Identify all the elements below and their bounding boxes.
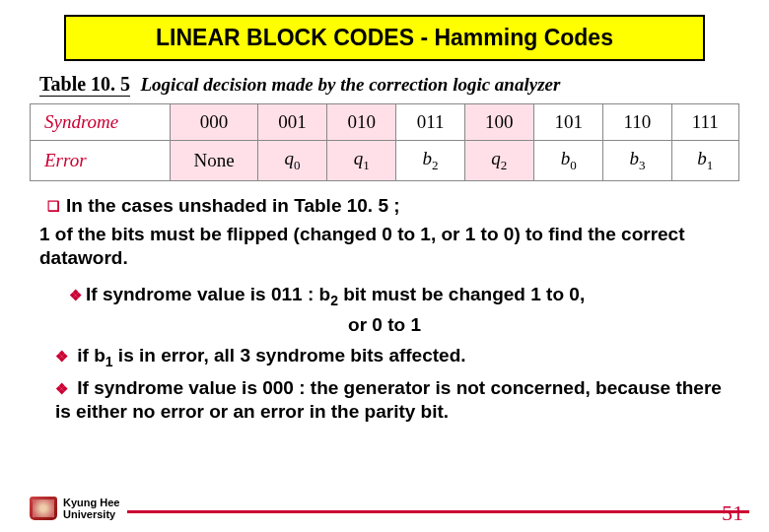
table-caption: Logical decision made by the correction … [141,74,561,95]
row-header: Error [31,141,171,181]
text: if b [72,345,105,366]
diamond-bullet-icon: ❖ [69,287,82,303]
sub-point: ❖ if b1 is in error, all 3 syndrome bits… [55,344,739,370]
cell: b1 [671,141,738,181]
cell: 011 [396,104,464,141]
table-row: Error None q0 q1 b2 q2 b0 b3 b1 [31,141,739,181]
syndrome-table: Syndrome 000 001 010 011 100 101 110 111… [30,103,739,181]
cell: 101 [534,104,603,141]
cell: 010 [327,104,396,141]
text: If syndrome value is 011 : b [86,284,330,304]
univ-line2: University [63,508,119,520]
footer-divider [127,510,749,513]
table-number: Table 10. 5 [39,73,130,97]
text: bit must be changed 1 to 0, [338,284,585,304]
square-bullet-icon: ❑ [47,198,60,214]
cell: b2 [396,141,464,181]
note-text: In the cases unshaded in Table 10. 5 ; [66,195,400,216]
cell: 001 [257,104,326,141]
cell: None [171,141,257,181]
sub-point: ❖If syndrome value is 011 : b2 bit must … [69,283,739,309]
cell: q2 [464,141,533,181]
university-logo-icon [30,497,57,520]
body-text: 1 of the bits must be flipped (changed 0… [39,223,739,270]
diamond-bullet-icon: ❖ [55,380,68,397]
cell: b0 [534,141,603,181]
slide-title: LINEAR BLOCK CODES - Hamming Codes [156,25,613,50]
cell: 000 [171,104,257,141]
row-header: Syndrome [31,104,171,141]
footer: Kyung Hee University [30,497,749,520]
cell: 111 [671,104,738,141]
note-line: ❑In the cases unshaded in Table 10. 5 ; [47,195,739,217]
university-name: Kyung Hee University [63,497,119,520]
table-row: Syndrome 000 001 010 011 100 101 110 111 [31,104,739,141]
diamond-bullet-icon: ❖ [55,348,68,365]
center-text: or 0 to 1 [30,314,739,336]
text: is in error, all 3 syndrome bits affecte… [113,345,466,366]
text: If syndrome value is 000 : the generator… [55,377,722,423]
title-box: LINEAR BLOCK CODES - Hamming Codes [64,15,705,61]
cell: q1 [327,141,396,181]
cell: b3 [603,141,671,181]
sub-point: ❖ If syndrome value is 000 : the generat… [55,376,739,425]
subscript: 2 [330,293,338,308]
cell: 100 [464,104,533,141]
univ-line1: Kyung Hee [63,497,119,508]
cell: 110 [603,104,671,141]
table-caption-row: Table 10. 5 Logical decision made by the… [39,73,739,96]
cell: q0 [257,141,326,181]
page-number: 51 [722,500,743,526]
subscript: 1 [105,353,113,368]
